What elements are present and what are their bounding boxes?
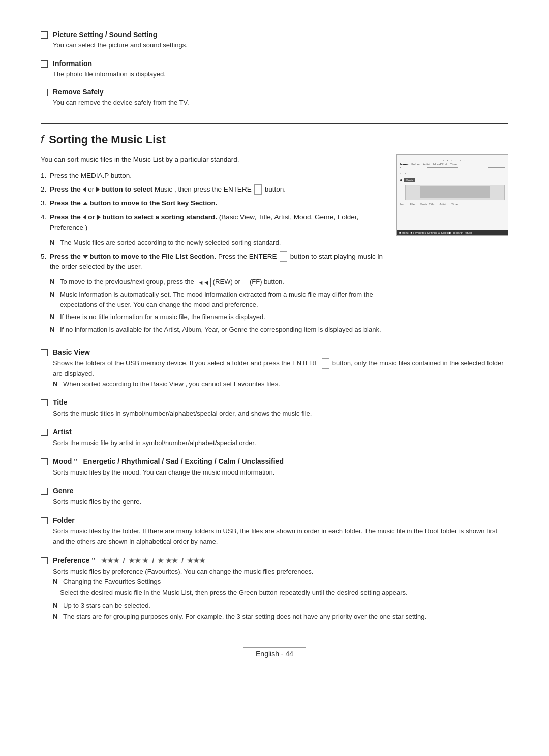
note-n-4: N [50, 325, 60, 335]
sub-pref-note-2: N Up to 3 stars can be selected. [53, 601, 508, 611]
mock-label-3: Music Title [420, 203, 434, 206]
step-2-num: 2. [41, 184, 50, 195]
step-5-note-2-text: Music information is automatically set. … [60, 290, 386, 309]
sub-pref-label: Preference " ★★★ / ★★ ★ / ★ ★★ / ★★★ [53, 556, 205, 564]
note-n-basic: N [53, 379, 63, 389]
step-4: 4. Press the or button to select a sorti… [41, 212, 386, 233]
entere-button-2 [280, 251, 287, 262]
step-5-text: Press the button to move to the File Lis… [50, 251, 386, 272]
mock-tab-folder: Folder [411, 163, 420, 166]
checkbox-folder [41, 517, 48, 524]
section-information: Information The photo file information i… [41, 59, 508, 79]
checkbox-icon [41, 32, 48, 39]
step-5: 5. Press the button to move to the File … [41, 251, 386, 272]
step-3-bold: Press the button to move to the Sort key… [50, 199, 218, 207]
sub-artist-desc: Sorts the music file by artist in symbol… [53, 438, 508, 448]
note-n-1: N [50, 277, 60, 287]
screen-illustration: · · · · · · · Name Folder Artist Mood/Pr… [396, 154, 508, 337]
arrow-right-icon [96, 187, 100, 192]
checkbox-genre [41, 488, 48, 495]
section-picture-desc: You can select the picture and sound set… [53, 40, 508, 50]
arrow-right-icon-2 [97, 215, 101, 220]
step-5-list: 5. Press the button to move to the File … [41, 251, 386, 272]
checkbox-title [41, 399, 48, 406]
checkbox-mood [41, 458, 48, 465]
checkbox-icon-info [41, 60, 48, 68]
step-4-num: 4. [41, 212, 50, 223]
step-4-bold: Press the or button to select a sorting … [50, 213, 217, 221]
step-5-note-1: N To move to the previous/next group, pr… [50, 277, 386, 287]
sub-pref-note-1: N Changing the Favourites Settings [53, 577, 508, 587]
chapter-divider [41, 123, 508, 124]
sub-artist-label: Artist [53, 428, 72, 436]
mock-subbox-area [405, 183, 505, 202]
sub-folder-header: Folder [41, 516, 508, 524]
note-n-pref-3: N [53, 612, 63, 622]
sub-preference-section: Preference " ★★★ / ★★ ★ / ★ ★★ / ★★★ Sor… [41, 556, 508, 622]
sub-mood-label: Mood " Energetic / Rhythmical / Sad / Ex… [53, 457, 284, 465]
sub-basic-view-note: N When sorted according to the Basic Vie… [53, 379, 508, 389]
mock-tab-name: Name [400, 163, 408, 166]
section-remove-content: Remove Safely You can remove the device … [53, 88, 508, 108]
section-info-desc: The photo file information is displayed. [53, 69, 508, 79]
step-5-note-4: N If no information is available for the… [50, 325, 386, 335]
step-5-num: 5. [41, 251, 50, 262]
sub-pref-header: Preference " ★★★ / ★★ ★ / ★ ★★ / ★★★ [41, 556, 508, 564]
intro-text: You can sort music files in the Music Li… [41, 154, 386, 165]
sub-mood-desc: Sorts music files by the mood. You can c… [53, 467, 508, 478]
section-remove-title: Remove Safely [53, 88, 508, 96]
entere-box-basic [322, 358, 329, 369]
sub-title-label: Title [53, 398, 68, 406]
sub-pref-note-3: N The stars are for grouping purposes on… [53, 612, 508, 622]
sub-pref-note-2-text: Up to 3 stars can be selected. [63, 601, 150, 611]
mock-row-labels: No. File Music Title Artist Time [400, 203, 505, 206]
step-3: 3. Press the button to move to the Sort … [41, 198, 386, 208]
step-2-text: Press the or button to select Music , th… [50, 184, 286, 195]
sub-folder-label: Folder [53, 516, 75, 524]
arrow-left-icon-2 [83, 215, 86, 220]
mock-ellipsis: · · · [400, 171, 406, 176]
sub-artist-section: Artist Sorts the music file by artist in… [41, 428, 508, 448]
sub-pref-indent-1: Select the desired music file in the Mus… [60, 588, 508, 598]
step-1-num: 1. [41, 171, 50, 181]
entere-button [254, 184, 262, 195]
step-2-bold-prefix: Press the [50, 185, 83, 193]
step-5-bold: Press the button to move to the File Lis… [50, 253, 216, 260]
pref-stars: ★★★ / ★★ ★ / ★ ★★ / ★★★ [101, 557, 205, 564]
step-4-note-text: The Music files are sorted according to … [60, 238, 281, 248]
mock-inner-box [420, 186, 490, 198]
checkbox-artist [41, 429, 48, 436]
sub-genre-label: Genre [53, 487, 73, 495]
step-5-note-3: N If there is no title information for a… [50, 312, 386, 322]
content-area: You can sort music files in the Music Li… [41, 154, 508, 337]
checkbox-pref [41, 557, 48, 564]
page-footer: English - 44 [41, 647, 508, 660]
sub-basic-view-title: Basic View [53, 348, 90, 356]
sub-basic-view-header: Basic View [41, 348, 508, 356]
mock-middle: · · · [400, 171, 505, 176]
sub-folder-desc: Sorts music files by the folder. If ther… [53, 526, 508, 547]
sub-mood-section: Mood " Energetic / Rhythmical / Sad / Ex… [41, 457, 508, 478]
step-5-note-1-text: To move to the previous/next group, pres… [60, 277, 284, 287]
note-n-pref-2: N [53, 601, 63, 611]
step-2-or: or [86, 185, 97, 193]
sub-title-desc: Sorts the music titles in symbol/number/… [53, 408, 508, 419]
mock-label-5: Time [451, 203, 458, 206]
mock-bar-text: ■ Menu [399, 231, 409, 234]
sub-pref-note-3-text: The stars are for grouping purposes only… [63, 612, 426, 622]
step-3-num: 3. [41, 198, 50, 208]
step-5-note-4-text: If no information is available for the A… [60, 325, 381, 335]
arrow-down-icon [83, 255, 88, 259]
chapter-header: f Sorting the Music List [41, 133, 508, 146]
mock-top-row: Name Folder Artist Mood/Pref Time [400, 163, 505, 168]
section-info-title: Information [53, 59, 508, 68]
mock-tab-time: Time [450, 163, 457, 166]
sub-basic-note-text: When sorted according to the Basic View … [63, 379, 280, 389]
section-picture-setting: Picture Setting / Sound Setting You can … [41, 30, 508, 50]
mock-label-2: File [410, 203, 415, 206]
sub-genre-section: Genre Sorts music files by the genre. [41, 487, 508, 507]
checkbox-icon-remove [41, 89, 48, 96]
section-remove-safely: Remove Safely You can remove the device … [41, 88, 508, 108]
step-4-note: N The Music files are sorted according t… [50, 238, 386, 248]
sub-folder-section: Folder Sorts music files by the folder. … [41, 516, 508, 547]
